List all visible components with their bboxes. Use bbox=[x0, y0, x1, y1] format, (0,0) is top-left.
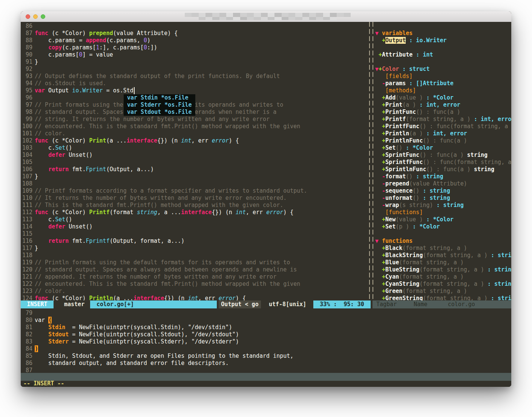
tag-entry[interactable]: +Printf(format string, a ) : int, error bbox=[375, 116, 511, 123]
godoc-line[interactable]: 81 Stdin = NewFile(uintptr(syscall.Stdin… bbox=[21, 324, 511, 331]
code-line[interactable]: 92 bbox=[21, 66, 368, 73]
code-line[interactable]: 112func (c *Color) Printf(format string,… bbox=[21, 209, 368, 216]
tag-entry[interactable]: ▼ variables bbox=[375, 30, 511, 37]
code-line[interactable]: 114 defer Unset() bbox=[21, 223, 368, 230]
tag-entry[interactable]: +Add(value ) : *Color bbox=[375, 94, 511, 101]
tag-entry[interactable]: -wrap(s string) : string bbox=[375, 202, 511, 209]
tag-entry[interactable]: -params : []Attribute bbox=[375, 80, 511, 87]
line-number: 80 bbox=[21, 317, 32, 324]
minimize-button[interactable] bbox=[33, 14, 38, 19]
line-number: 88 bbox=[21, 37, 32, 44]
tag-entry[interactable]: -unformat() : string bbox=[375, 195, 511, 202]
tag-entry[interactable]: +PrintFunc() : func(a ) bbox=[375, 109, 511, 116]
code-line[interactable]: 86 bbox=[21, 23, 368, 30]
tag-entry[interactable]: +Output : io.Writer bbox=[375, 37, 511, 44]
tag-entry[interactable]: [fields] bbox=[375, 73, 511, 80]
tag-entry[interactable]: +New(value ) : *Color bbox=[375, 216, 511, 223]
godoc-line[interactable]: 82 Stdout = NewFile(uintptr(syscall.Stdo… bbox=[21, 331, 511, 338]
godoc-line[interactable]: 84) bbox=[21, 345, 511, 353]
code-line[interactable]: 105 bbox=[21, 159, 368, 166]
line-number: 94 bbox=[21, 80, 32, 87]
tag-entry[interactable]: +BlueString(format string, a ) : string bbox=[375, 266, 511, 273]
code-line[interactable]: 110// It returns the number of bytes wri… bbox=[21, 195, 368, 202]
tag-entry[interactable]: +SprintfFunc() : func(format string, a )… bbox=[375, 159, 511, 166]
code-line[interactable]: 106 return fmt.Fprint(Output, a...) bbox=[21, 166, 368, 173]
godoc-line[interactable]: 80var ( bbox=[21, 317, 511, 324]
code-line[interactable]: 117} bbox=[21, 245, 368, 252]
code-line[interactable]: 100// encountered. This is the standard … bbox=[21, 123, 368, 130]
line-number: 122 bbox=[21, 281, 32, 288]
code-line[interactable]: 95var Output io.Writer = os.Std bbox=[21, 87, 368, 94]
command-line-mode: -- INSERT -- bbox=[23, 381, 64, 386]
tagbar-panel[interactable]: ▼ variables +Output : io.Writer +Attribu… bbox=[375, 22, 511, 301]
close-button[interactable] bbox=[26, 14, 30, 19]
tag-entry[interactable]: ▼+Color : struct bbox=[375, 66, 511, 73]
godoc-line[interactable]: 86 standard output, and standard error f… bbox=[21, 360, 511, 367]
mode-indicator: INSERT bbox=[21, 300, 54, 308]
tag-entry[interactable]: +PrintlnFunc() : func(a ) bbox=[375, 137, 511, 144]
tag-entry[interactable]: +SprintlnFunc() : func(a ) string bbox=[375, 166, 511, 173]
cursor bbox=[134, 87, 135, 94]
tag-entry[interactable]: +Attribute : int bbox=[375, 51, 511, 58]
godoc-line[interactable]: 85 Stdin, Stdout, and Stderr are open Fi… bbox=[21, 353, 511, 360]
code-line[interactable]: 89 copy(c.params[1:], c.params[0:]) bbox=[21, 44, 368, 51]
tag-entry[interactable]: +Set(p ) : *Color bbox=[375, 223, 511, 230]
code-line[interactable]: 90 c.params[0] = value bbox=[21, 51, 368, 58]
code-line[interactable]: 121// appended. It returns the number of… bbox=[21, 273, 368, 281]
title-bar[interactable] bbox=[21, 11, 511, 22]
code-line[interactable]: 91} bbox=[21, 58, 368, 66]
tag-entry[interactable]: +SprintFunc() : func(a ) string bbox=[375, 152, 511, 159]
tag-entry[interactable]: +Green(format string, a ) bbox=[375, 288, 511, 295]
godoc-line[interactable]: 79 bbox=[21, 310, 511, 317]
tag-entry[interactable]: -sequence() : string bbox=[375, 187, 511, 195]
tag-entry[interactable]: +Cyan(format string, a ) bbox=[375, 273, 511, 281]
code-line[interactable]: 115 bbox=[21, 230, 368, 238]
code-line[interactable]: 119// Println formats using the default … bbox=[21, 259, 368, 266]
code-line[interactable]: 123// color. bbox=[21, 288, 368, 295]
vertical-split-separator[interactable] bbox=[368, 22, 375, 300]
line-number: 86 bbox=[21, 360, 32, 367]
code-line[interactable]: 93// Output defines the standard output … bbox=[21, 73, 368, 80]
code-line[interactable]: 94// os.Stdout is used. bbox=[21, 80, 368, 87]
code-line[interactable]: 103 c.Set() bbox=[21, 144, 368, 152]
code-line[interactable]: 120// standard output. Spaces are always… bbox=[21, 266, 368, 273]
code-line[interactable]: 108 bbox=[21, 180, 368, 187]
completion-item[interactable]: var Stdout *os.File bbox=[127, 109, 192, 116]
tag-entry[interactable]: +Println(a ) : int, error bbox=[375, 130, 511, 137]
code-line[interactable]: 87func (c *Color) prepend(value Attribut… bbox=[21, 30, 368, 37]
tagbar-blank-line bbox=[375, 230, 511, 238]
tag-entry[interactable]: -format() : string bbox=[375, 173, 511, 180]
godoc-preview-buffer[interactable]: 7980var (81 Stdin = NewFile(uintptr(sysc… bbox=[21, 308, 511, 374]
code-line[interactable]: 99// string. It returns the number of by… bbox=[21, 116, 368, 123]
code-line[interactable]: 104 defer Unset() bbox=[21, 152, 368, 159]
code-line[interactable]: 116 return fmt.Fprintf(Output, format, a… bbox=[21, 238, 368, 245]
code-line[interactable]: 113 c.Set() bbox=[21, 216, 368, 223]
tag-entry[interactable]: +Print(a ) : int, error bbox=[375, 101, 511, 109]
tag-entry[interactable]: -prepend(value Attribute) bbox=[375, 180, 511, 187]
tag-entry[interactable]: +Blue(format string, a ) bbox=[375, 259, 511, 266]
code-line[interactable]: 118 bbox=[21, 252, 368, 259]
tag-entry[interactable]: +CyanString(format string, a ) : string bbox=[375, 281, 511, 288]
code-line[interactable]: 102func (c *Color) Print(a ...interface{… bbox=[21, 137, 368, 144]
status-line: INSERT master color.go[+] Output < go ut… bbox=[21, 300, 511, 308]
tag-entry[interactable]: +BlackString(format string, a ) : string bbox=[375, 252, 511, 259]
code-line[interactable]: 88 c.params = append(c.params, 0) bbox=[21, 37, 368, 44]
tag-entry[interactable]: +Set() : *Color bbox=[375, 144, 511, 152]
code-line[interactable]: 111// This is the standard fmt.Printf() … bbox=[21, 202, 368, 209]
completion-item[interactable]: var Stderr *os.File bbox=[127, 101, 192, 109]
tag-entry[interactable]: ▼ functions bbox=[375, 238, 511, 245]
tag-entry[interactable]: [methods] bbox=[375, 87, 511, 94]
code-line[interactable]: 107} bbox=[21, 173, 368, 180]
code-line[interactable]: 122// encountered. This is the standard … bbox=[21, 281, 368, 288]
code-line[interactable]: 101// color. bbox=[21, 130, 368, 137]
tag-entry[interactable]: +PrintfFunc() : func(format string, a ) … bbox=[375, 123, 511, 130]
line-number: 81 bbox=[21, 324, 32, 331]
zoom-button[interactable] bbox=[41, 14, 45, 19]
code-line[interactable]: 109// Printf formats according to a form… bbox=[21, 187, 368, 195]
code-buffer[interactable]: 8687func (c *Color) prepend(value Attrib… bbox=[21, 22, 368, 301]
tag-entry[interactable]: +Black(format string, a ) bbox=[375, 245, 511, 252]
line-number: 108 bbox=[21, 180, 32, 187]
tag-entry[interactable]: [functions] bbox=[375, 209, 511, 216]
completion-item[interactable]: var Stdin *os.File bbox=[127, 94, 192, 101]
godoc-line[interactable]: 83 Stderr = NewFile(uintptr(syscall.Stde… bbox=[21, 338, 511, 345]
